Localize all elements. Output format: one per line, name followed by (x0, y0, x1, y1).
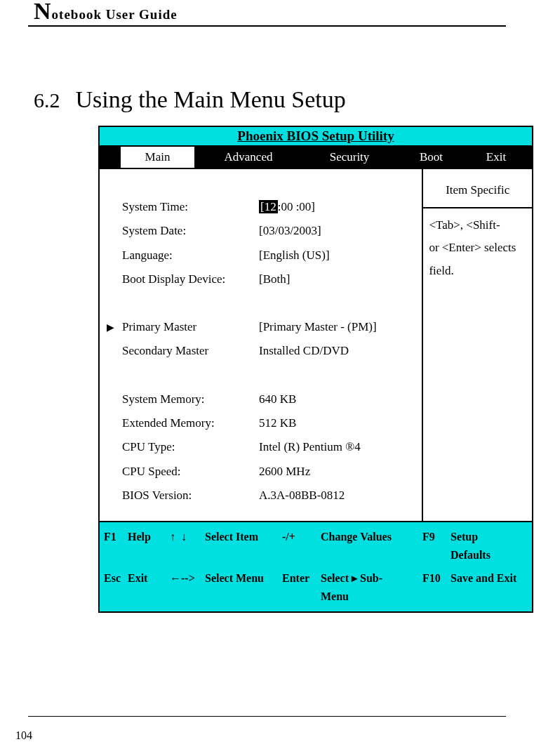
system-date-value[interactable]: [03/03/2003] (259, 220, 415, 242)
field-language[interactable]: Language: [English (US)] (107, 244, 415, 267)
primary-master-label: Primary Master (122, 316, 259, 338)
bios-version-value: A.3A-08BB-0812 (259, 484, 415, 507)
tab-main[interactable]: Main (121, 147, 197, 168)
boot-display-label: Boot Display Device: (122, 268, 259, 291)
tab-advanced[interactable]: Advanced (203, 147, 297, 168)
system-memory-value: 640 KB (259, 388, 415, 411)
field-cpu-type: CPU Type: Intel (R) Pentium ®4 (107, 436, 415, 458)
side-header: Item Specific (423, 169, 532, 208)
footer-save-exit: Save and Exit (450, 566, 528, 608)
section-heading: 6.2 Using the Main Menu Setup (28, 86, 506, 113)
footer-enter-key: Enter (282, 566, 321, 608)
bios-version-label: BIOS Version: (122, 484, 259, 507)
footer-arrows-updown-icon: ↑ ↓ (170, 525, 205, 566)
footer-help: Help (128, 525, 170, 566)
field-system-memory: System Memory: 640 KB (107, 388, 415, 411)
tab-spacer-left (100, 147, 121, 168)
secondary-master-value: Installed CD/DVD (259, 340, 415, 362)
system-time-label: System Time: (122, 196, 259, 218)
footer-select-sub: Select ▸ Sub- Menu (321, 566, 422, 608)
footer-f10-key: F10 (422, 566, 450, 608)
field-extended-memory: Extended Memory: 512 KB (107, 412, 415, 435)
system-time-rest: :00 :00] (278, 200, 315, 213)
bios-side-panel: Item Specific <Tab>, <Shift- or <Enter> … (422, 168, 533, 522)
side-body: <Tab>, <Shift- or <Enter> selects field. (423, 208, 532, 288)
header-rule (28, 25, 506, 27)
cpu-speed-label: CPU Speed: (122, 460, 259, 483)
boot-display-value[interactable]: [Both] (259, 268, 415, 291)
side-line-2: or <Enter> selects (429, 237, 526, 259)
field-system-time[interactable]: System Time: [12:00 :00] (107, 196, 415, 218)
bios-footer: F1 Help ↑ ↓ Select Item -/+ Change Value… (99, 522, 533, 611)
page-header: Notebook User Guide (28, 0, 506, 27)
footer-exit: Exit (128, 566, 170, 608)
section-title: Using the Main Menu Setup (76, 86, 346, 113)
extended-memory-value: 512 KB (259, 412, 415, 435)
header-rest: otebook User Guide (52, 7, 178, 22)
language-value[interactable]: [English (US)] (259, 244, 415, 267)
field-boot-display[interactable]: Boot Display Device: [Both] (107, 268, 415, 291)
field-cpu-speed: CPU Speed: 2600 MHz (107, 460, 415, 483)
header-title: Notebook User Guide (28, 3, 506, 22)
footer-select-menu: Select Menu (205, 566, 282, 608)
system-time-value[interactable]: [12:00 :00] (259, 196, 415, 218)
footer-select-item: Select Item (205, 525, 282, 566)
tab-spacer-1 (197, 147, 203, 168)
footer-change-values: Change Values (321, 525, 422, 566)
cpu-speed-value: 2600 MHz (259, 460, 415, 483)
cpu-type-value: Intel (R) Pentium ®4 (259, 436, 415, 458)
system-date-label: System Date: (122, 220, 259, 242)
field-system-date[interactable]: System Date: [03/03/2003] (107, 220, 415, 242)
footer-f1-key: F1 (104, 525, 128, 566)
side-line-3: field. (429, 260, 526, 282)
side-line-1: <Tab>, <Shift- (429, 214, 526, 237)
section-number: 6.2 (34, 88, 60, 112)
system-memory-label: System Memory: (122, 388, 259, 411)
footer-minus-plus: -/+ (282, 525, 321, 566)
bios-window: Phoenix BIOS Setup Utility Main Advanced… (98, 126, 533, 613)
page-footer-rule (28, 716, 506, 717)
cpu-type-label: CPU Type: (122, 436, 259, 458)
footer-f9-key: F9 (422, 525, 450, 566)
bios-main-panel: System Time: [12:00 :00] System Date: [0… (99, 168, 422, 522)
extended-memory-label: Extended Memory: (122, 412, 259, 435)
header-cap: N (34, 0, 52, 24)
footer-arrows-leftright-icon: ←--> (170, 566, 205, 608)
bios-tabs: Main Advanced Security Boot Exit (99, 146, 533, 168)
footer-setup-defaults: Setup Defaults (450, 525, 528, 566)
language-label: Language: (122, 244, 259, 267)
tab-exit[interactable]: Exit (460, 147, 532, 168)
triangle-right-icon: ▶ (107, 318, 122, 337)
field-secondary-master[interactable]: Secondary Master Installed CD/DVD (107, 340, 415, 362)
footer-esc-key: Esc (104, 566, 128, 608)
secondary-master-label: Secondary Master (122, 340, 259, 362)
field-primary-master[interactable]: ▶ Primary Master [Primary Master - (PM)] (107, 316, 415, 338)
system-time-hl[interactable]: [12 (259, 200, 278, 213)
field-bios-version: BIOS Version: A.3A-08BB-0812 (107, 484, 415, 507)
tab-security[interactable]: Security (297, 147, 405, 168)
primary-master-value: [Primary Master - (PM)] (259, 316, 415, 338)
tab-boot[interactable]: Boot (405, 147, 460, 168)
bios-title: Phoenix BIOS Setup Utility (99, 126, 533, 146)
page-number: 104 (15, 729, 32, 742)
